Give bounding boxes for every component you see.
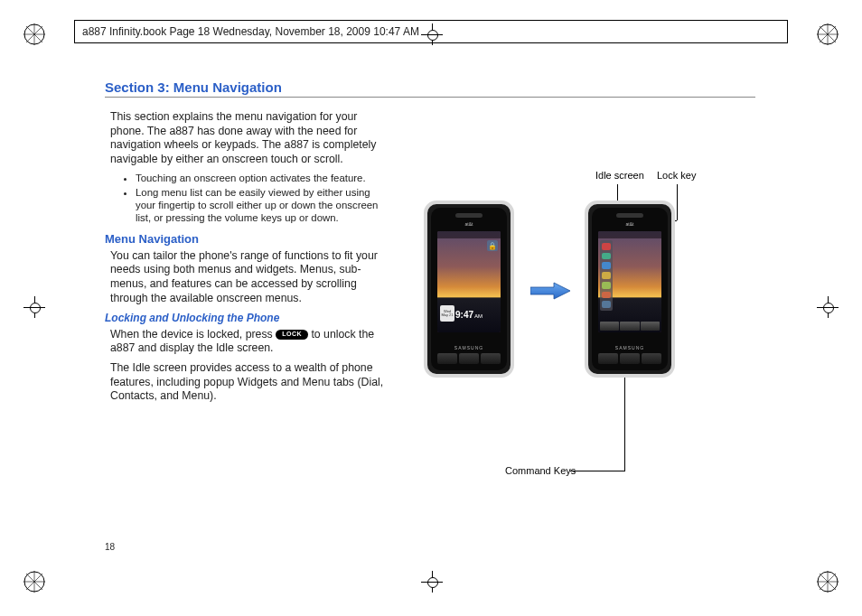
softkey xyxy=(641,322,660,331)
menu-navigation-paragraph: You can tailor the phone's range of func… xyxy=(110,249,389,306)
widget-icon xyxy=(602,262,611,269)
hardkey xyxy=(620,353,640,364)
phone-statusbar xyxy=(598,231,661,238)
clock-time: 9:47 xyxy=(455,310,473,320)
phone-idle-illustration: at&t xyxy=(585,201,675,378)
hardkey xyxy=(459,353,479,364)
section-title: Section 3: Menu Navigation xyxy=(105,79,755,98)
crop-cross-icon xyxy=(817,296,839,318)
crop-cross-icon xyxy=(23,296,45,318)
carrier-logo: at&t xyxy=(626,221,634,227)
bullet-item: Long menu list can be easily viewed by e… xyxy=(136,187,389,225)
phone-speaker xyxy=(616,213,643,218)
widget-icon xyxy=(602,253,611,260)
bullet-item: Touching an onscreen option activates th… xyxy=(136,173,389,185)
registration-mark-icon xyxy=(815,22,840,47)
softkey xyxy=(620,322,639,331)
phone-hardkeys xyxy=(437,353,501,364)
svg-marker-20 xyxy=(530,283,570,299)
carrier-logo: at&t xyxy=(465,221,473,227)
widget-icon xyxy=(602,282,611,289)
hardkey xyxy=(642,353,661,364)
lock-key-icon: LOCK xyxy=(276,330,308,340)
leader-line xyxy=(570,471,624,471)
document-header-bar: a887 Infinity.book Page 18 Wednesday, No… xyxy=(74,20,788,43)
hardkey xyxy=(481,353,501,364)
widget-icon xyxy=(602,292,611,299)
crop-cross-icon xyxy=(421,571,443,593)
phone-locked-illustration: at&t 🔒 Wed May 21 9:47AM SAMSUNG xyxy=(424,201,514,378)
registration-mark-icon xyxy=(22,569,47,594)
lock-paragraph-prefix: When the device is locked, press xyxy=(110,328,276,341)
right-column: Idle screen Lock key Command Keys at&t 🔒 xyxy=(415,110,755,409)
page-number: 18 xyxy=(105,542,115,552)
softkey xyxy=(600,322,619,331)
phone-statusbar xyxy=(437,231,501,238)
left-column: This section explains the menu navigatio… xyxy=(105,110,389,409)
phone-speaker xyxy=(455,213,483,218)
lock-paragraph: When the device is locked, press LOCK to… xyxy=(110,328,389,356)
phone-screen: 🔒 Wed May 21 9:47AM xyxy=(437,231,501,332)
arrow-right-icon xyxy=(530,282,570,300)
clock: 9:47AM xyxy=(455,310,483,320)
bullet-list: Touching an onscreen option activates th… xyxy=(105,173,389,225)
widget-icon xyxy=(602,272,611,279)
callout-command-keys: Command Keys xyxy=(505,465,576,476)
phone-hardkeys xyxy=(598,353,661,364)
brand-logo: SAMSUNG xyxy=(454,345,483,350)
registration-mark-icon xyxy=(22,22,47,47)
callout-lock-key: Lock key xyxy=(657,170,696,181)
phone-screen xyxy=(598,231,661,332)
document-header-text: a887 Infinity.book Page 18 Wednesday, No… xyxy=(82,25,419,38)
callout-idle-screen: Idle screen xyxy=(595,170,644,181)
softkey-bar xyxy=(600,322,660,331)
hardkey xyxy=(437,353,457,364)
idle-paragraph: The Idle screen provides access to a wea… xyxy=(110,361,389,404)
widget-icon xyxy=(602,301,611,308)
leader-line xyxy=(677,184,678,220)
intro-paragraph: This section explains the menu navigatio… xyxy=(110,110,389,167)
leader-line xyxy=(624,361,625,471)
lock-icon: 🔒 xyxy=(487,240,498,251)
clock-ampm: AM xyxy=(474,313,483,319)
date-md: May 21 xyxy=(441,313,453,317)
widget-bar xyxy=(600,240,613,311)
heading-locking-unlocking: Locking and Unlocking the Phone xyxy=(105,312,389,324)
registration-mark-icon xyxy=(815,569,840,594)
heading-menu-navigation: Menu Navigation xyxy=(105,232,389,246)
date-widget: Wed May 21 xyxy=(440,305,454,322)
hardkey xyxy=(598,353,618,364)
page-content: Section 3: Menu Navigation This section … xyxy=(105,79,755,409)
brand-logo: SAMSUNG xyxy=(615,345,644,350)
widget-icon xyxy=(602,243,611,250)
